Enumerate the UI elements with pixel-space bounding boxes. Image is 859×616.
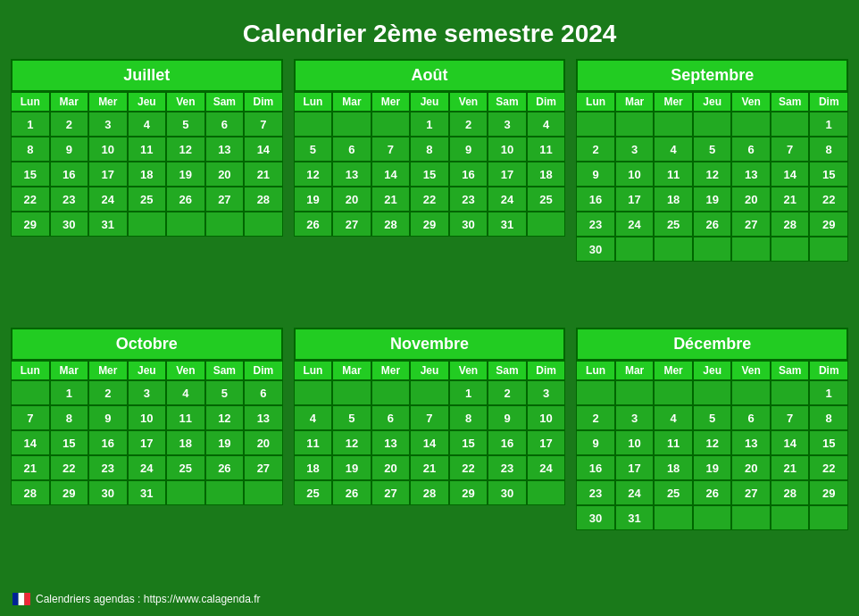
day-cell: 16	[488, 430, 527, 455]
day-cell: 16	[576, 455, 615, 480]
day-cell: 7	[244, 112, 283, 137]
day-cell: 9	[50, 137, 89, 162]
day-cell: 28	[771, 212, 810, 237]
day-cell	[731, 112, 771, 137]
month-block-octobre: OctobreLunMarMerJeuVenSamDim123456789101…	[9, 326, 285, 587]
day-cell: 6	[731, 137, 771, 162]
day-cell	[244, 480, 283, 505]
day-header: Ven	[731, 92, 771, 112]
day-cell: 26	[693, 212, 732, 237]
day-header: Jeu	[410, 361, 449, 380]
day-cell: 5	[166, 112, 205, 137]
day-cell: 19	[693, 187, 732, 212]
day-cell: 28	[771, 480, 810, 505]
month-name-septembre: Septembre	[576, 59, 848, 92]
day-cell: 29	[11, 212, 50, 237]
day-cell: 13	[332, 162, 371, 187]
day-cell	[654, 380, 693, 405]
day-cell: 23	[88, 455, 128, 480]
day-cell: 14	[771, 162, 810, 187]
month-name-décembre: Décembre	[576, 328, 848, 361]
day-header: Lun	[11, 361, 50, 380]
day-cell: 21	[244, 162, 283, 187]
month-block-novembre: NovembreLunMarMerJeuVenSamDim12345678910…	[292, 326, 568, 587]
day-cell: 21	[771, 455, 810, 480]
day-header: Mar	[50, 92, 89, 112]
day-cell: 31	[88, 212, 128, 237]
svg-rect-0	[13, 593, 19, 605]
day-cell: 25	[527, 187, 566, 212]
day-cell	[693, 380, 732, 405]
day-cell: 15	[809, 162, 848, 187]
day-header: Dim	[527, 92, 566, 112]
month-name-octobre: Octobre	[11, 328, 283, 361]
day-cell: 12	[294, 162, 333, 187]
day-cell: 17	[88, 162, 128, 187]
day-cell: 19	[332, 455, 371, 480]
day-header: Sam	[205, 361, 245, 380]
day-cell	[410, 380, 449, 405]
day-cell	[731, 380, 771, 405]
day-cell: 24	[128, 455, 167, 480]
day-cell	[576, 112, 615, 137]
day-header: Mer	[654, 92, 693, 112]
day-cell: 21	[11, 455, 50, 480]
day-cell: 11	[654, 162, 693, 187]
day-cell: 3	[88, 112, 128, 137]
day-cell: 20	[205, 162, 245, 187]
day-cell	[294, 380, 333, 405]
day-cell: 1	[809, 380, 848, 405]
day-header: Dim	[527, 361, 566, 380]
day-cell: 28	[11, 480, 50, 505]
day-cell: 21	[410, 455, 449, 480]
day-cell: 23	[449, 187, 488, 212]
day-cell: 4	[294, 405, 333, 430]
day-cell: 27	[244, 455, 283, 480]
day-cell	[654, 112, 693, 137]
day-header: Ven	[166, 92, 205, 112]
day-cell: 10	[615, 162, 655, 187]
day-header: Mar	[615, 361, 655, 380]
day-cell: 30	[88, 480, 128, 505]
day-headers: LunMarMerJeuVenSamDim	[294, 361, 566, 380]
day-header: Mar	[332, 361, 371, 380]
day-header: Jeu	[128, 92, 167, 112]
day-cell: 10	[88, 137, 128, 162]
day-cell: 6	[371, 405, 411, 430]
day-cell: 17	[527, 430, 566, 455]
day-header: Lun	[576, 361, 615, 380]
day-cell: 29	[410, 212, 449, 237]
day-cell	[244, 212, 283, 237]
month-block-décembre: DécembreLunMarMerJeuVenSamDim12345678910…	[574, 326, 850, 587]
day-cell	[527, 480, 566, 505]
day-headers: LunMarMerJeuVenSamDim	[576, 361, 848, 380]
day-cell: 15	[449, 430, 488, 455]
day-cell: 16	[449, 162, 488, 187]
day-header: Sam	[488, 92, 527, 112]
day-cell: 13	[731, 162, 771, 187]
day-cell: 19	[166, 162, 205, 187]
main-title: Calendrier 2ème semestre 2024	[9, 9, 850, 57]
day-cell: 20	[332, 187, 371, 212]
day-header: Dim	[809, 92, 848, 112]
days-grid: 1234567891011121314151617181920212223242…	[11, 112, 283, 237]
day-headers: LunMarMerJeuVenSamDim	[576, 92, 848, 112]
day-header: Mar	[50, 361, 89, 380]
day-cell: 17	[615, 455, 655, 480]
day-cell: 26	[693, 480, 732, 505]
day-cell: 10	[615, 430, 655, 455]
day-cell: 4	[166, 380, 205, 405]
day-header: Sam	[771, 361, 810, 380]
day-cell: 30	[576, 237, 615, 262]
day-cell: 26	[294, 212, 333, 237]
day-cell	[809, 237, 848, 262]
day-cell	[771, 505, 810, 530]
month-name-juillet: Juillet	[11, 59, 283, 92]
day-header: Lun	[11, 92, 50, 112]
day-cell: 11	[527, 137, 566, 162]
day-cell: 2	[576, 137, 615, 162]
day-cell: 3	[615, 137, 655, 162]
day-cell: 18	[166, 430, 205, 455]
day-cell: 20	[731, 187, 771, 212]
day-cell: 9	[576, 430, 615, 455]
